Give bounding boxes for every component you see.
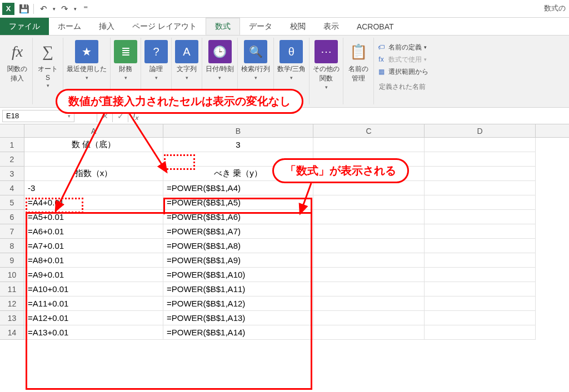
name-box[interactable]: E18 ▾: [2, 110, 74, 122]
insert-function-button[interactable]: fx 関数の 挿入: [2, 38, 33, 104]
row-header[interactable]: 1: [0, 138, 24, 152]
enter-formula-icon[interactable]: ✓: [112, 110, 128, 122]
col-header-B[interactable]: B: [163, 124, 313, 137]
cell-A12[interactable]: =A11+0.01: [24, 296, 163, 311]
tab-data[interactable]: データ: [240, 18, 281, 35]
row-header[interactable]: 4: [0, 181, 24, 195]
datetime-button[interactable]: 🕒 日付/時刻 ▾: [202, 38, 238, 104]
use-in-formula-button[interactable]: fx数式で使用▾: [376, 53, 428, 66]
cell-B7[interactable]: =POWER($B$1,A7): [163, 224, 313, 239]
cancel-formula-icon[interactable]: ✕: [97, 110, 112, 122]
redo-icon[interactable]: ↷: [57, 2, 72, 16]
cell-B1[interactable]: 3: [163, 138, 313, 152]
cell-B6[interactable]: =POWER($B$1,A6): [163, 210, 313, 224]
cell-B11[interactable]: =POWER($B$1,A11): [163, 282, 313, 296]
cell-D12[interactable]: [425, 296, 536, 311]
cell-A6[interactable]: =A5+0.01: [24, 210, 163, 224]
cell-D8[interactable]: [425, 239, 536, 253]
cell-D5[interactable]: [425, 195, 536, 210]
cell-A13[interactable]: =A12+0.01: [24, 311, 163, 325]
undo-dropdown-icon[interactable]: ▾: [51, 2, 57, 16]
formula-input[interactable]: [147, 110, 425, 122]
cell-C6[interactable]: [313, 210, 425, 224]
row-header[interactable]: 8: [0, 239, 24, 253]
cell-D13[interactable]: [425, 311, 536, 325]
undo-icon[interactable]: ↶: [36, 2, 51, 16]
create-from-selection-button[interactable]: ▦選択範囲から: [376, 66, 428, 78]
customize-qat-icon[interactable]: ⁼: [78, 2, 93, 16]
cell-A9[interactable]: =A8+0.01: [24, 253, 163, 268]
row-header[interactable]: 7: [0, 224, 24, 239]
cell-B3[interactable]: べき 乗（y）: [163, 167, 313, 181]
cell-C13[interactable]: [313, 311, 425, 325]
tab-home[interactable]: ホーム: [49, 18, 90, 35]
cell-A5[interactable]: =A4+0.01: [24, 195, 163, 210]
math-button[interactable]: θ 数学/三角 ▾: [274, 38, 310, 104]
cell-C4[interactable]: [313, 181, 425, 195]
cell-D3[interactable]: [425, 167, 536, 181]
tab-view[interactable]: 表示: [315, 18, 348, 35]
cell-D4[interactable]: [425, 181, 536, 195]
recently-used-button[interactable]: ★ 最近使用した ▾: [63, 38, 111, 104]
cell-C8[interactable]: [313, 239, 425, 253]
tab-page-layout[interactable]: ページ レイアウト: [123, 18, 206, 35]
row-header[interactable]: 6: [0, 210, 24, 224]
row-header[interactable]: 14: [0, 325, 24, 340]
cell-B14[interactable]: =POWER($B$1,A14): [163, 325, 313, 340]
row-header[interactable]: 5: [0, 195, 24, 210]
define-name-button[interactable]: 🏷名前の定義▾: [376, 41, 428, 53]
name-manager-button[interactable]: 📋 名前の 管理: [343, 38, 374, 104]
cell-A10[interactable]: =A9+0.01: [24, 268, 163, 282]
tab-formulas[interactable]: 数式: [206, 18, 240, 35]
col-header-D[interactable]: D: [425, 124, 536, 137]
cell-C3[interactable]: [313, 167, 425, 181]
cell-B10[interactable]: =POWER($B$1,A10): [163, 268, 313, 282]
tab-review[interactable]: 校閲: [281, 18, 315, 35]
cell-C5[interactable]: [313, 195, 425, 210]
cell-D10[interactable]: [425, 268, 536, 282]
autosum-button[interactable]: ∑ オート S ▾: [33, 38, 63, 104]
row-header[interactable]: 9: [0, 253, 24, 268]
cell-C9[interactable]: [313, 253, 425, 268]
cell-A3[interactable]: 指数（x）: [24, 167, 163, 181]
row-header[interactable]: 2: [0, 152, 24, 167]
financial-button[interactable]: ≣ 財務 ▾: [111, 38, 141, 104]
text-button[interactable]: A 文字列 ▾: [172, 38, 202, 104]
cell-B9[interactable]: =POWER($B$1,A9): [163, 253, 313, 268]
cell-B8[interactable]: =POWER($B$1,A8): [163, 239, 313, 253]
save-icon[interactable]: 💾: [17, 2, 31, 16]
cell-B4[interactable]: =POWER($B$1,A4): [163, 181, 313, 195]
cell-B5[interactable]: =POWER($B$1,A5): [163, 195, 313, 210]
cell-D6[interactable]: [425, 210, 536, 224]
cell-C14[interactable]: [313, 325, 425, 340]
cell-C7[interactable]: [313, 224, 425, 239]
row-header[interactable]: 3: [0, 167, 24, 181]
cell-D2[interactable]: [425, 152, 536, 167]
cell-D1[interactable]: [425, 138, 536, 152]
tab-file[interactable]: ファイル: [0, 18, 49, 35]
cell-C12[interactable]: [313, 296, 425, 311]
row-header[interactable]: 10: [0, 268, 24, 282]
spreadsheet-grid[interactable]: A B C D 1数 値（底）323指数（x）べき 乗（y）4-3=POWER(…: [0, 124, 569, 340]
col-header-A[interactable]: A: [24, 124, 163, 137]
other-functions-button[interactable]: ⋯ その他の 関数 ▾: [310, 38, 343, 104]
logical-button[interactable]: ? 論理 ▾: [141, 38, 172, 104]
select-all-corner[interactable]: [0, 124, 24, 138]
cell-A2[interactable]: [24, 152, 163, 167]
cell-C1[interactable]: [313, 138, 425, 152]
row-header[interactable]: 12: [0, 296, 24, 311]
cell-A1[interactable]: 数 値（底）: [24, 138, 163, 152]
cell-B13[interactable]: =POWER($B$1,A13): [163, 311, 313, 325]
cell-D14[interactable]: [425, 325, 536, 340]
row-header[interactable]: 13: [0, 311, 24, 325]
cell-D7[interactable]: [425, 224, 536, 239]
redo-dropdown-icon[interactable]: ▾: [72, 2, 78, 16]
tab-acrobat[interactable]: ACROBAT: [348, 18, 403, 35]
lookup-button[interactable]: 🔍 検索/行列 ▾: [238, 38, 273, 104]
tab-insert[interactable]: 挿入: [90, 18, 123, 35]
cell-C11[interactable]: [313, 282, 425, 296]
cell-C10[interactable]: [313, 268, 425, 282]
cell-B12[interactable]: =POWER($B$1,A12): [163, 296, 313, 311]
insert-function-icon[interactable]: fx: [128, 110, 143, 122]
cell-D11[interactable]: [425, 282, 536, 296]
